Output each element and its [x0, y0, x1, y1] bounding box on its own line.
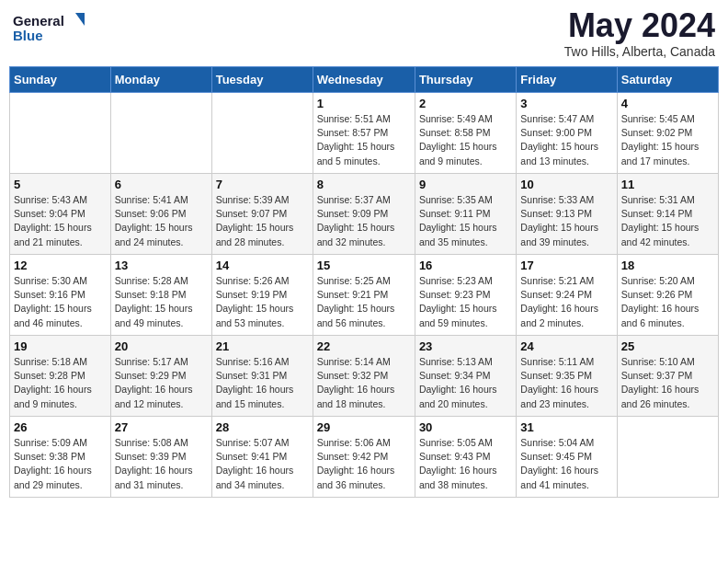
calendar-cell: 4Sunrise: 5:45 AM Sunset: 9:02 PM Daylig…: [617, 93, 718, 174]
day-number: 16: [419, 259, 512, 272]
calendar-week-row: 12Sunrise: 5:30 AM Sunset: 9:16 PM Dayli…: [10, 255, 719, 336]
day-number: 24: [520, 339, 612, 353]
day-number: 9: [419, 178, 512, 191]
day-info: Sunrise: 5:20 AM Sunset: 9:26 PM Dayligh…: [621, 274, 714, 330]
day-number: 7: [216, 178, 309, 191]
day-info: Sunrise: 5:09 AM Sunset: 9:38 PM Dayligh…: [14, 436, 107, 492]
calendar-cell: [617, 417, 718, 498]
day-number: 6: [115, 178, 208, 191]
day-number: 1: [317, 97, 411, 110]
calendar-cell: [10, 93, 111, 174]
day-info: Sunrise: 5:30 AM Sunset: 9:16 PM Dayligh…: [14, 274, 107, 330]
day-info: Sunrise: 5:06 AM Sunset: 9:42 PM Dayligh…: [317, 436, 411, 492]
day-info: Sunrise: 5:23 AM Sunset: 9:23 PM Dayligh…: [419, 274, 512, 330]
calendar-cell: 8Sunrise: 5:37 AM Sunset: 9:09 PM Daylig…: [313, 174, 415, 255]
day-info: Sunrise: 5:51 AM Sunset: 8:57 PM Dayligh…: [317, 112, 411, 168]
location: Two Hills, Alberta, Canada: [564, 44, 715, 59]
logo: GeneralBlue: [13, 9, 86, 46]
calendar-cell: 10Sunrise: 5:33 AM Sunset: 9:13 PM Dayli…: [517, 174, 617, 255]
calendar-cell: [110, 93, 211, 174]
day-number: 30: [419, 420, 512, 434]
calendar-cell: 20Sunrise: 5:17 AM Sunset: 9:29 PM Dayli…: [110, 336, 211, 417]
day-info: Sunrise: 5:08 AM Sunset: 9:39 PM Dayligh…: [115, 436, 208, 492]
calendar-cell: 13Sunrise: 5:28 AM Sunset: 9:18 PM Dayli…: [110, 255, 211, 336]
calendar-cell: [211, 93, 313, 174]
calendar-cell: 17Sunrise: 5:21 AM Sunset: 9:24 PM Dayli…: [517, 255, 617, 336]
calendar-day-header: Sunday: [10, 67, 111, 93]
calendar-week-row: 19Sunrise: 5:18 AM Sunset: 9:28 PM Dayli…: [10, 336, 719, 417]
calendar-cell: 15Sunrise: 5:25 AM Sunset: 9:21 PM Dayli…: [313, 255, 415, 336]
calendar-week-row: 26Sunrise: 5:09 AM Sunset: 9:38 PM Dayli…: [10, 417, 719, 498]
svg-text:General: General: [13, 13, 64, 29]
calendar-cell: 23Sunrise: 5:13 AM Sunset: 9:34 PM Dayli…: [415, 336, 516, 417]
day-number: 3: [520, 97, 612, 110]
logo-svg: GeneralBlue: [13, 9, 86, 46]
day-info: Sunrise: 5:26 AM Sunset: 9:19 PM Dayligh…: [216, 274, 309, 330]
day-info: Sunrise: 5:10 AM Sunset: 9:37 PM Dayligh…: [621, 355, 714, 411]
calendar-day-header: Wednesday: [313, 67, 415, 93]
page-header: GeneralBlue May 2024 Two Hills, Alberta,…: [9, 9, 719, 59]
day-number: 18: [621, 259, 714, 272]
day-number: 20: [115, 339, 208, 353]
calendar-cell: 12Sunrise: 5:30 AM Sunset: 9:16 PM Dayli…: [10, 255, 111, 336]
day-number: 28: [216, 420, 309, 434]
day-number: 17: [520, 259, 612, 272]
calendar-header-row: SundayMondayTuesdayWednesdayThursdayFrid…: [10, 67, 719, 93]
day-number: 31: [520, 420, 612, 434]
day-info: Sunrise: 5:07 AM Sunset: 9:41 PM Dayligh…: [216, 436, 309, 492]
day-info: Sunrise: 5:43 AM Sunset: 9:04 PM Dayligh…: [14, 193, 107, 249]
calendar-day-header: Monday: [110, 67, 211, 93]
calendar-cell: 25Sunrise: 5:10 AM Sunset: 9:37 PM Dayli…: [617, 336, 718, 417]
month-title: May 2024: [564, 9, 715, 42]
calendar-week-row: 1Sunrise: 5:51 AM Sunset: 8:57 PM Daylig…: [10, 93, 719, 174]
day-info: Sunrise: 5:21 AM Sunset: 9:24 PM Dayligh…: [520, 274, 612, 330]
calendar-week-row: 5Sunrise: 5:43 AM Sunset: 9:04 PM Daylig…: [10, 174, 719, 255]
day-number: 29: [317, 420, 411, 434]
calendar-cell: 5Sunrise: 5:43 AM Sunset: 9:04 PM Daylig…: [10, 174, 111, 255]
calendar-cell: 14Sunrise: 5:26 AM Sunset: 9:19 PM Dayli…: [211, 255, 313, 336]
day-info: Sunrise: 5:14 AM Sunset: 9:32 PM Dayligh…: [317, 355, 411, 411]
calendar-cell: 19Sunrise: 5:18 AM Sunset: 9:28 PM Dayli…: [10, 336, 111, 417]
calendar-cell: 7Sunrise: 5:39 AM Sunset: 9:07 PM Daylig…: [211, 174, 313, 255]
day-info: Sunrise: 5:33 AM Sunset: 9:13 PM Dayligh…: [520, 193, 612, 249]
calendar-table: SundayMondayTuesdayWednesdayThursdayFrid…: [9, 66, 719, 498]
calendar-cell: 22Sunrise: 5:14 AM Sunset: 9:32 PM Dayli…: [313, 336, 415, 417]
day-number: 2: [419, 97, 512, 110]
day-number: 22: [317, 339, 411, 353]
day-number: 26: [14, 420, 107, 434]
calendar-day-header: Saturday: [617, 67, 718, 93]
day-info: Sunrise: 5:16 AM Sunset: 9:31 PM Dayligh…: [216, 355, 309, 411]
day-info: Sunrise: 5:41 AM Sunset: 9:06 PM Dayligh…: [115, 193, 208, 249]
day-info: Sunrise: 5:31 AM Sunset: 9:14 PM Dayligh…: [621, 193, 714, 249]
day-number: 13: [115, 259, 208, 272]
calendar-day-header: Friday: [517, 67, 617, 93]
day-info: Sunrise: 5:47 AM Sunset: 9:00 PM Dayligh…: [520, 112, 612, 168]
day-number: 8: [317, 178, 411, 191]
day-info: Sunrise: 5:37 AM Sunset: 9:09 PM Dayligh…: [317, 193, 411, 249]
day-number: 23: [419, 339, 512, 353]
calendar-cell: 21Sunrise: 5:16 AM Sunset: 9:31 PM Dayli…: [211, 336, 313, 417]
day-info: Sunrise: 5:04 AM Sunset: 9:45 PM Dayligh…: [520, 436, 612, 492]
day-info: Sunrise: 5:13 AM Sunset: 9:34 PM Dayligh…: [419, 355, 512, 411]
calendar-cell: 29Sunrise: 5:06 AM Sunset: 9:42 PM Dayli…: [313, 417, 415, 498]
day-number: 4: [621, 97, 714, 110]
day-info: Sunrise: 5:35 AM Sunset: 9:11 PM Dayligh…: [419, 193, 512, 249]
day-info: Sunrise: 5:05 AM Sunset: 9:43 PM Dayligh…: [419, 436, 512, 492]
calendar-cell: 16Sunrise: 5:23 AM Sunset: 9:23 PM Dayli…: [415, 255, 516, 336]
calendar-day-header: Tuesday: [211, 67, 313, 93]
day-info: Sunrise: 5:18 AM Sunset: 9:28 PM Dayligh…: [14, 355, 107, 411]
calendar-cell: 6Sunrise: 5:41 AM Sunset: 9:06 PM Daylig…: [110, 174, 211, 255]
calendar-day-header: Thursday: [415, 67, 516, 93]
calendar-cell: 2Sunrise: 5:49 AM Sunset: 8:58 PM Daylig…: [415, 93, 516, 174]
day-info: Sunrise: 5:25 AM Sunset: 9:21 PM Dayligh…: [317, 274, 411, 330]
calendar-cell: 31Sunrise: 5:04 AM Sunset: 9:45 PM Dayli…: [517, 417, 617, 498]
calendar-cell: 3Sunrise: 5:47 AM Sunset: 9:00 PM Daylig…: [517, 93, 617, 174]
svg-text:Blue: Blue: [13, 28, 43, 43]
day-info: Sunrise: 5:28 AM Sunset: 9:18 PM Dayligh…: [115, 274, 208, 330]
calendar-cell: 11Sunrise: 5:31 AM Sunset: 9:14 PM Dayli…: [617, 174, 718, 255]
day-number: 11: [621, 178, 714, 191]
day-number: 5: [14, 178, 107, 191]
calendar-cell: 30Sunrise: 5:05 AM Sunset: 9:43 PM Dayli…: [415, 417, 516, 498]
day-number: 21: [216, 339, 309, 353]
calendar-cell: 9Sunrise: 5:35 AM Sunset: 9:11 PM Daylig…: [415, 174, 516, 255]
